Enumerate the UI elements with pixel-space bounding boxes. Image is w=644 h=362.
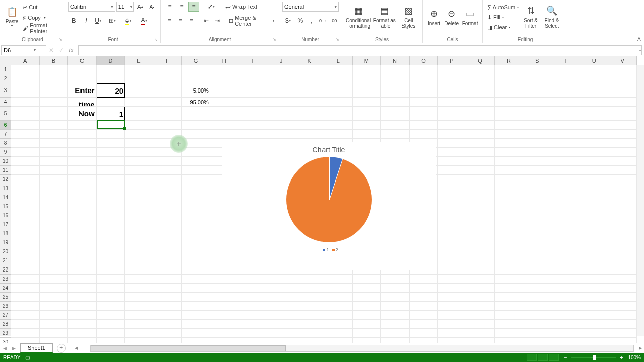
cell-E25[interactable] — [125, 293, 153, 302]
cell-M26[interactable] — [353, 302, 381, 311]
cell-N26[interactable] — [381, 302, 410, 311]
cell-P2[interactable] — [438, 74, 466, 83]
borders-button[interactable]: ⊞▼ — [105, 16, 120, 26]
cell-B29[interactable] — [40, 329, 68, 338]
cell-J5[interactable] — [267, 107, 296, 121]
cell-D27[interactable] — [97, 311, 125, 320]
insert-function-button[interactable]: fx — [66, 47, 76, 54]
cell-A26[interactable] — [11, 302, 40, 311]
cell-V14[interactable] — [608, 193, 637, 202]
cell-V23[interactable] — [608, 275, 637, 284]
cell-G15[interactable] — [182, 202, 210, 211]
cell-C29[interactable] — [68, 329, 97, 338]
cell-M3[interactable] — [353, 83, 381, 98]
cell-B17[interactable] — [40, 220, 68, 229]
cell-R6[interactable] — [495, 121, 523, 130]
font-color-button[interactable]: A▼ — [137, 16, 152, 26]
cell-R9[interactable] — [495, 148, 523, 157]
cell-C3[interactable]: Enter time — [68, 83, 97, 98]
cell-C8[interactable] — [68, 139, 97, 148]
increase-decimal-button[interactable]: .0→ — [317, 16, 328, 26]
zoom-slider[interactable] — [571, 357, 616, 358]
row-header-10[interactable]: 10 — [0, 157, 11, 166]
cell-K2[interactable] — [295, 74, 324, 83]
cell-O7[interactable] — [410, 130, 438, 139]
cell-A7[interactable] — [11, 130, 40, 139]
cell-U4[interactable] — [580, 98, 609, 107]
cell-D22[interactable] — [97, 265, 125, 275]
cell-T14[interactable] — [551, 193, 580, 202]
cell-U11[interactable] — [580, 166, 609, 175]
cell-T5[interactable] — [551, 107, 580, 121]
font-size-combo[interactable]: ▼ — [116, 2, 134, 12]
cell-B30[interactable] — [40, 338, 68, 343]
cell-T26[interactable] — [551, 302, 580, 311]
cell-U3[interactable] — [580, 83, 609, 98]
chart-legend[interactable]: 12 — [222, 247, 436, 252]
cell-B10[interactable] — [40, 157, 68, 166]
row-header-12[interactable]: 12 — [0, 175, 11, 184]
cell-M5[interactable] — [353, 107, 381, 121]
cell-I7[interactable] — [238, 130, 267, 139]
cell-V1[interactable] — [608, 65, 637, 74]
cell-V17[interactable] — [608, 220, 637, 229]
cell-S4[interactable] — [523, 98, 552, 107]
cell-S9[interactable] — [523, 148, 552, 157]
row-header-6[interactable]: 6 — [0, 121, 11, 130]
cell-F1[interactable] — [153, 65, 182, 74]
cell-R12[interactable] — [495, 175, 523, 184]
cell-C17[interactable] — [68, 220, 97, 229]
cell-N3[interactable] — [381, 83, 410, 98]
cell-U27[interactable] — [580, 311, 609, 320]
cell-E3[interactable] — [125, 83, 153, 98]
cell-E8[interactable] — [125, 139, 153, 148]
increase-indent-button[interactable]: ⇥ — [212, 16, 222, 26]
cell-T1[interactable] — [551, 65, 580, 74]
cells-area[interactable]: Enter time205.00%95.00%Now1✛Chart Title1… — [11, 65, 637, 336]
cell-P6[interactable] — [438, 121, 466, 130]
cell-E22[interactable] — [125, 265, 153, 275]
sheet-tab[interactable]: Sheet1 — [20, 343, 53, 353]
cell-A29[interactable] — [11, 329, 40, 338]
cell-P9[interactable] — [438, 148, 466, 157]
cell-Q13[interactable] — [466, 184, 495, 193]
cell-V27[interactable] — [608, 311, 637, 320]
cell-F30[interactable] — [153, 338, 182, 343]
enter-formula-button[interactable]: ✓ — [56, 47, 66, 54]
cell-N2[interactable] — [381, 74, 410, 83]
cell-E19[interactable] — [125, 238, 153, 247]
cell-O29[interactable] — [410, 329, 438, 338]
cell-M6[interactable] — [353, 121, 381, 130]
cell-D7[interactable] — [97, 130, 125, 139]
cell-I3[interactable] — [238, 83, 267, 98]
cell-B1[interactable] — [40, 65, 68, 74]
align-center-button[interactable]: ≡ — [175, 16, 185, 26]
cell-E23[interactable] — [125, 275, 153, 284]
cell-J26[interactable] — [267, 302, 296, 311]
cell-D25[interactable] — [97, 293, 125, 302]
cell-D10[interactable] — [97, 157, 125, 166]
formula-input-wrap[interactable] — [78, 45, 642, 55]
cell-A16[interactable] — [11, 211, 40, 220]
cell-C20[interactable] — [68, 247, 97, 256]
cell-J4[interactable] — [267, 98, 296, 107]
decrease-decimal-button[interactable]: .00 — [329, 16, 339, 26]
tab-nav-prev[interactable]: ◀ — [0, 346, 9, 351]
col-header-C[interactable]: C — [68, 56, 97, 65]
cell-E27[interactable] — [125, 311, 153, 320]
cell-Q19[interactable] — [466, 238, 495, 247]
row-header-14[interactable]: 14 — [0, 193, 11, 202]
cell-Q20[interactable] — [466, 247, 495, 256]
cell-E24[interactable] — [125, 284, 153, 293]
cell-U18[interactable] — [580, 229, 609, 238]
cell-F3[interactable] — [153, 83, 182, 98]
cell-G29[interactable] — [182, 329, 210, 338]
cell-V22[interactable] — [608, 265, 637, 275]
cell-E11[interactable] — [125, 166, 153, 175]
cell-J25[interactable] — [267, 293, 296, 302]
number-format-combo[interactable]: ▼ — [282, 2, 339, 12]
orientation-button[interactable]: ⤢▼ — [204, 2, 218, 12]
cell-D3[interactable]: 20 — [97, 83, 125, 98]
cell-M7[interactable] — [353, 130, 381, 139]
cell-H1[interactable] — [210, 65, 239, 74]
